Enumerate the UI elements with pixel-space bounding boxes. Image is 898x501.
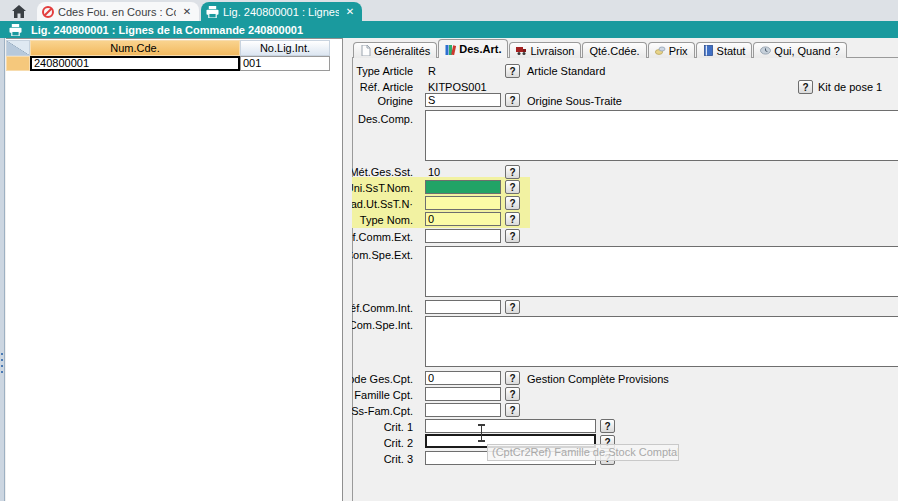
truck-icon xyxy=(516,45,527,56)
des-comp-label: Des.Comp. xyxy=(358,112,413,126)
ref-comm-int-label: Réf.Comm.Int. xyxy=(352,301,413,315)
type-nom-label: Type Nom. xyxy=(360,213,413,227)
type-article-desc: Article Standard xyxy=(527,64,605,78)
grid-cell-no-lig-int[interactable]: 001 xyxy=(240,56,330,71)
tab-qui-quand[interactable]: Qui, Quand ? xyxy=(753,42,846,58)
met-ges-sst-label: Mét.Ges.Sst. xyxy=(352,165,413,179)
ss-fam-cpt-input[interactable] xyxy=(425,403,501,417)
com-spe-ext-textarea[interactable] xyxy=(425,246,898,297)
ss-fam-cpt-label: Ss-Fam.Cpt. xyxy=(352,404,413,418)
cad-ut-sst-input[interactable] xyxy=(425,196,501,210)
cad-ut-sst-label: Cad.Ut.SsT.N· xyxy=(352,197,413,211)
tab-label: Qui, Quand ? xyxy=(774,45,839,57)
page-title: Lig. 240800001 : Lignes de la Commande 2… xyxy=(31,24,303,36)
com-spe-int-textarea[interactable] xyxy=(425,316,898,367)
tab-des-art[interactable]: Des.Art. xyxy=(438,39,508,58)
browser-tab-bar: Cdes Fou. en Cours : Co... ✕ Lig. 240800… xyxy=(0,0,898,21)
type-article-label: Type Article xyxy=(356,64,413,78)
ref-comm-ext-help-button[interactable]: ? xyxy=(505,229,520,243)
row-selector[interactable] xyxy=(6,56,30,71)
tab-label: Livraison xyxy=(530,45,574,57)
splitter-grip-dot xyxy=(1,353,3,355)
mode-ges-cpt-label: Mode Ges.Cpt. xyxy=(352,372,413,386)
column-header-no-lig-int[interactable]: No.Lig.Int. xyxy=(240,40,330,56)
mode-ges-cpt-help-button[interactable]: ? xyxy=(505,371,520,385)
des-comp-textarea[interactable] xyxy=(425,110,898,161)
left-splitter-strip[interactable] xyxy=(0,38,5,501)
ref-comm-ext-label: Réf.Comm.Ext. xyxy=(352,230,413,244)
tab-prix[interactable]: Prix xyxy=(648,42,695,58)
tab-qte-cdee[interactable]: Qté.Cdée. xyxy=(582,42,646,58)
tab-close-icon[interactable]: ✕ xyxy=(180,6,194,17)
kit-desc: Kit de pose 1 xyxy=(818,80,882,94)
books-icon xyxy=(445,44,456,55)
type-nom-help-button[interactable]: ? xyxy=(505,212,520,226)
origine-help-button[interactable]: ? xyxy=(505,93,520,107)
splitter-grip-dot xyxy=(1,365,3,367)
origine-input[interactable] xyxy=(425,93,501,107)
tab-label: Statut xyxy=(717,45,746,57)
type-article-value: R xyxy=(428,64,436,78)
tab-close-icon[interactable]: ✕ xyxy=(343,6,357,17)
column-header-num-cde[interactable]: Num.Cde. xyxy=(30,40,240,56)
ss-fam-cpt-help-button[interactable]: ? xyxy=(505,403,520,417)
type-article-help-button[interactable]: ? xyxy=(505,64,520,78)
uni-sst-nom-input[interactable] xyxy=(425,180,501,194)
tab-label: Cdes Fou. en Cours : Co... xyxy=(58,6,176,18)
line-detail-panel: Généralités Des.Art. Livraison Qté.Cdée. xyxy=(352,38,898,501)
origine-desc: Origine Sous-Traite xyxy=(527,94,622,108)
grid-cell-num-cde[interactable]: 240800001 xyxy=(30,56,240,71)
tab-lig-240800001[interactable]: Lig. 240800001 : Lignes... ✕ xyxy=(201,2,362,21)
met-ges-sst-help-button[interactable]: ? xyxy=(505,165,520,179)
grid-corner-cell[interactable] xyxy=(6,40,30,56)
crit-3-label: Crit. 3 xyxy=(384,452,413,466)
com-spe-int-label: Com.Spe.Int. xyxy=(352,318,413,332)
uni-sst-nom-help-button[interactable]: ? xyxy=(505,180,520,194)
tab-label: Prix xyxy=(669,45,688,57)
tab-statut[interactable]: Statut xyxy=(696,42,753,58)
mode-ges-cpt-desc: Gestion Complète Provisions xyxy=(527,372,669,386)
coins-icon xyxy=(655,45,666,56)
famille-cpt-input[interactable] xyxy=(425,387,501,401)
origine-label: Origine xyxy=(378,94,413,108)
mode-ges-cpt-input[interactable] xyxy=(425,371,501,385)
com-spe-ext-label: Com.Spe.Ext. xyxy=(352,248,413,262)
printer-icon xyxy=(206,6,219,18)
crit-1-input[interactable] xyxy=(425,419,596,433)
crit-1-label: Crit. 1 xyxy=(384,420,413,434)
crit-2-label: Crit. 2 xyxy=(384,436,413,450)
clock-icon xyxy=(760,45,771,56)
printer-icon[interactable] xyxy=(9,24,22,36)
famille-cpt-label: Famille Cpt. xyxy=(354,388,413,402)
tab-label: Qté.Cdée. xyxy=(589,45,639,57)
uni-sst-nom-label: Uni.SsT.Nom. xyxy=(352,181,413,195)
tab-livraison[interactable]: Livraison xyxy=(509,42,581,58)
tab-generalites[interactable]: Généralités xyxy=(353,42,437,58)
splitter-grip-dot xyxy=(1,371,3,373)
type-nom-input[interactable] xyxy=(425,212,501,226)
ref-article-value: KITPOS001 xyxy=(428,80,487,94)
ref-comm-int-input[interactable] xyxy=(425,300,501,314)
home-icon xyxy=(12,5,26,18)
famille-cpt-help-button[interactable]: ? xyxy=(505,387,520,401)
ref-comm-ext-input[interactable] xyxy=(425,229,501,243)
cad-ut-sst-help-button[interactable]: ? xyxy=(505,196,520,210)
tab-label: Des.Art. xyxy=(459,43,501,55)
order-lines-grid: Num.Cde. No.Lig.Int. 240800001 001 xyxy=(6,38,343,501)
kit-help-button[interactable]: ? xyxy=(798,80,813,94)
page-icon xyxy=(360,45,371,56)
crit-1-help-button[interactable]: ? xyxy=(600,419,615,433)
ref-comm-int-help-button[interactable]: ? xyxy=(505,300,520,314)
detail-tab-strip: Généralités Des.Art. Livraison Qté.Cdée. xyxy=(353,39,848,58)
ref-article-label: Réf. Article xyxy=(360,80,413,94)
field-tooltip: (CptCr2Ref) Famille de Stock Comptable xyxy=(487,444,679,461)
blocked-icon xyxy=(42,6,54,18)
splitter-grip-dot xyxy=(1,359,3,361)
text-cursor xyxy=(477,424,486,442)
home-button[interactable] xyxy=(6,2,32,20)
tab-label: Lig. 240800001 : Lignes... xyxy=(223,6,339,18)
tab-cdes-fou-en-cours[interactable]: Cdes Fou. en Cours : Co... ✕ xyxy=(37,2,199,21)
book-icon xyxy=(703,45,714,56)
tab-label: Généralités xyxy=(374,45,430,57)
window-title-bar: Lig. 240800001 : Lignes de la Commande 2… xyxy=(0,21,898,38)
